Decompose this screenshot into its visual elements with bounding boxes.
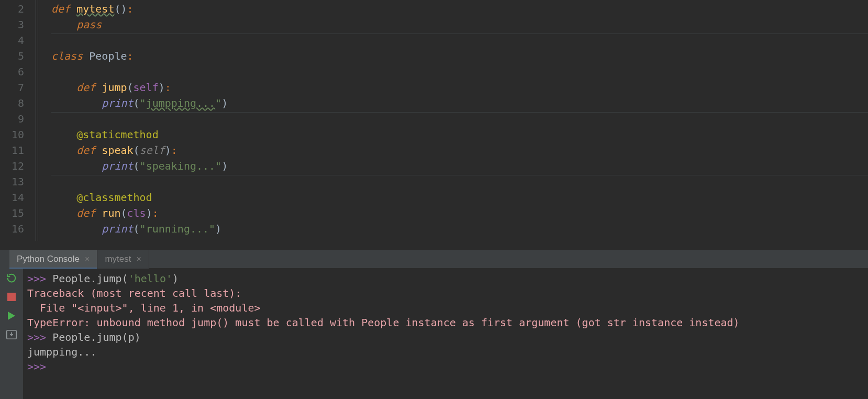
paren: ) — [120, 3, 127, 15]
stop-icon[interactable] — [5, 291, 18, 303]
console-line: File "<input>", line 1, in <module> — [27, 301, 864, 315]
keyword-pass: pass — [76, 18, 102, 31]
line-number: 13 — [0, 174, 24, 190]
keyword-def: def — [51, 3, 70, 15]
line-number: 9 — [0, 111, 24, 127]
method-separator — [51, 34, 868, 34]
function-name: speak — [102, 144, 133, 157]
string-quote: " — [140, 97, 146, 109]
colon: : — [165, 81, 171, 94]
code-body[interactable]: def mytest(): pass class People: def jum… — [51, 0, 868, 249]
string-literal: "running..." — [140, 223, 216, 235]
console-line: TypeError: unbound method jump() must be… — [27, 315, 864, 330]
decorator: @classmethod — [76, 191, 152, 204]
string-literal: jumpping... — [146, 97, 215, 109]
param-cls: cls — [127, 207, 146, 219]
paren: ) — [221, 97, 228, 109]
line-number: 16 — [0, 221, 24, 237]
console-command: People.jump(p) — [46, 331, 141, 343]
tab-mytest[interactable]: mytest × — [97, 250, 149, 269]
traceback-file: File "<input>", line 1, in <module> — [27, 302, 261, 314]
paren: ( — [133, 97, 140, 109]
code-line[interactable]: print("speaking...") — [51, 158, 868, 174]
decorator: @staticmethod — [76, 128, 159, 141]
param-self: self — [133, 81, 159, 94]
line-number: 7 — [0, 80, 24, 95]
code-line[interactable]: pass — [51, 17, 868, 32]
svg-marker-1 — [8, 312, 15, 320]
colon: : — [127, 3, 133, 15]
colon: : — [127, 50, 133, 62]
close-icon[interactable]: × — [136, 254, 141, 264]
code-line[interactable]: print("jumpping...") — [51, 95, 868, 111]
line-number: 8 — [0, 95, 24, 111]
console-line[interactable]: >>> — [27, 359, 864, 374]
console-line: jumpping... — [27, 345, 864, 359]
code-line[interactable]: @classmethod — [51, 190, 868, 205]
prompt-symbol: >>> — [27, 331, 46, 343]
console-line[interactable]: >>> People.jump(p) — [27, 330, 864, 345]
console-panel: Python Console × mytest × >>> People.jum… — [0, 249, 868, 399]
code-line[interactable]: def mytest(): — [51, 1, 868, 17]
console-command: People.jump( — [46, 272, 128, 285]
code-line-blank[interactable] — [51, 174, 868, 190]
code-line-blank[interactable] — [51, 111, 868, 127]
code-line-blank[interactable] — [51, 32, 868, 48]
class-name: People — [89, 50, 127, 62]
line-number: 2 — [0, 1, 24, 17]
code-editor[interactable]: 2 3 4 5 6 7 8 9 10 11 12 13 14 15 16 def… — [0, 0, 868, 249]
line-number-gutter: 2 3 4 5 6 7 8 9 10 11 12 13 14 15 16 — [0, 0, 29, 249]
console-command: ) — [172, 272, 179, 285]
svg-rect-0 — [7, 293, 16, 301]
keyword-def: def — [76, 207, 95, 219]
code-line[interactable]: def speak(self): — [51, 142, 868, 158]
paren: ) — [146, 207, 152, 219]
line-number: 6 — [0, 64, 24, 80]
builtin-print: print — [102, 223, 133, 235]
rerun-icon[interactable] — [5, 272, 18, 284]
console-string: 'hello' — [128, 272, 172, 285]
paren: ( — [114, 3, 120, 15]
method-separator — [51, 175, 868, 175]
builtin-print: print — [102, 160, 133, 172]
keyword-class: class — [51, 50, 83, 62]
keyword-def: def — [76, 81, 95, 94]
paren: ) — [215, 223, 221, 235]
function-name: run — [102, 207, 120, 219]
tab-python-console[interactable]: Python Console × — [9, 250, 97, 269]
param-self: self — [140, 144, 165, 157]
keyword-def: def — [76, 144, 95, 157]
fold-gutter[interactable] — [29, 0, 51, 249]
code-line[interactable]: print("running...") — [51, 221, 868, 237]
line-number: 11 — [0, 142, 24, 158]
code-line[interactable]: def run(cls): — [51, 205, 868, 221]
paren: ( — [133, 223, 140, 235]
function-name: jump — [102, 81, 127, 94]
line-number: 14 — [0, 190, 24, 205]
console-output[interactable]: >>> People.jump('hello') Traceback (most… — [23, 268, 868, 399]
console-toolbar — [0, 268, 23, 399]
method-separator — [51, 112, 868, 113]
paren: ) — [221, 160, 228, 172]
run-icon[interactable] — [5, 310, 18, 322]
string-literal: "speaking..." — [140, 160, 222, 172]
console-tab-bar: Python Console × mytest × — [0, 249, 868, 268]
prompt-symbol: >>> — [27, 272, 46, 285]
download-icon[interactable] — [5, 329, 18, 340]
colon: : — [152, 207, 159, 219]
code-line[interactable]: @staticmethod — [51, 127, 868, 142]
line-number: 12 — [0, 158, 24, 174]
console-line: Traceback (most recent call last): — [27, 286, 864, 301]
line-number: 4 — [0, 32, 24, 48]
code-line[interactable]: def jump(self): — [51, 80, 868, 95]
line-number: 5 — [0, 48, 24, 64]
traceback-header: Traceback (most recent call last): — [27, 287, 241, 300]
function-name: mytest — [76, 3, 114, 15]
close-icon[interactable]: × — [85, 254, 90, 264]
code-line[interactable]: class People: — [51, 48, 868, 64]
traceback-error: TypeError: unbound method jump() must be… — [27, 316, 740, 329]
console-line[interactable]: >>> People.jump('hello') — [27, 271, 864, 286]
console-stdout: jumpping... — [27, 346, 96, 358]
code-line-blank[interactable] — [51, 64, 868, 80]
paren: ( — [133, 144, 140, 157]
